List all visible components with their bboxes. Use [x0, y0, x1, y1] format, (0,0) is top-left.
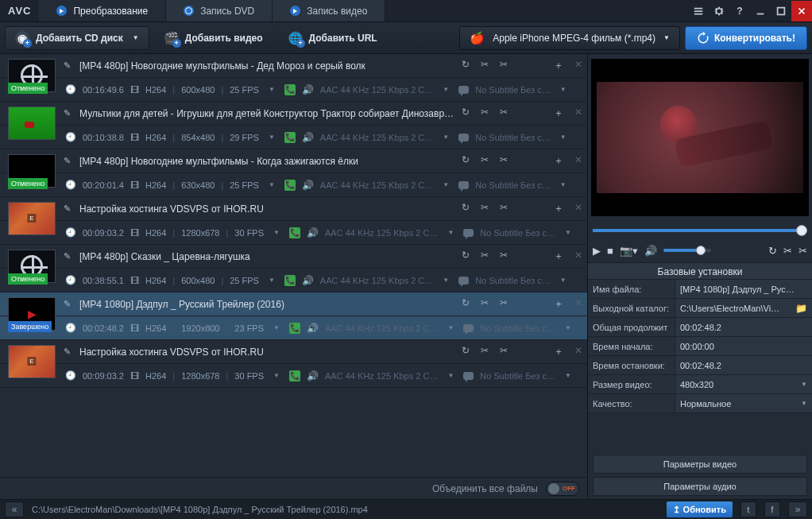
remove-icon[interactable]: ✕ — [574, 59, 582, 72]
thumbnail[interactable] — [8, 345, 56, 378]
speaker-icon[interactable]: 🔊 — [307, 323, 319, 334]
subtitle-icon[interactable] — [463, 229, 474, 237]
chevron-down-icon[interactable]: ▼ — [447, 324, 454, 331]
add-video-button[interactable]: 🎬+ Добавить видео — [154, 26, 273, 50]
edit-icon[interactable]: ✎ — [64, 156, 75, 166]
add-icon[interactable]: ＋ — [554, 345, 563, 358]
tab-convert[interactable]: Преобразование — [39, 0, 166, 21]
minimize-icon[interactable] — [750, 1, 771, 21]
next-button[interactable]: » — [788, 502, 807, 517]
audio-track-icon[interactable]: 📞 — [284, 132, 296, 143]
crop-icon[interactable]: ✂ — [500, 202, 508, 215]
speaker-icon[interactable]: 🔊 — [302, 84, 314, 95]
crop-icon[interactable]: ✂ — [500, 297, 508, 311]
chevron-down-icon[interactable]: ▼ — [273, 324, 280, 331]
edit-icon[interactable]: ✎ — [64, 251, 75, 261]
facebook-icon[interactable]: f — [764, 502, 780, 517]
speaker-icon[interactable]: 🔊 — [302, 132, 314, 143]
add-icon[interactable]: ＋ — [554, 107, 563, 120]
chevron-down-icon[interactable]: ▼ — [447, 372, 454, 379]
volume-icon[interactable]: 🔊 — [644, 245, 657, 257]
audio-track-icon[interactable]: 📞 — [289, 227, 300, 238]
chevron-down-icon[interactable]: ▼ — [565, 229, 571, 236]
cut-icon[interactable]: ✂ — [481, 202, 489, 215]
outdir-field[interactable]: C:\Users\ElectroMan\Vi…📁 — [675, 299, 812, 317]
add-cd-button[interactable]: ◉+ Добавить CD диск ▼ — [5, 26, 149, 50]
quality-dropdown[interactable]: Нормальное▼ — [675, 394, 812, 412]
chevron-down-icon[interactable]: ▼ — [560, 277, 566, 284]
start-field[interactable]: 00:00:00 — [675, 337, 812, 355]
snapshot-icon[interactable]: 📷▾ — [620, 245, 638, 257]
tab-dvd[interactable]: Запись DVD — [166, 0, 273, 21]
chevron-down-icon[interactable]: ▼ — [565, 324, 571, 331]
seek-slider[interactable] — [593, 223, 807, 238]
volume-slider[interactable] — [663, 249, 711, 252]
speaker-icon[interactable]: 🔊 — [307, 370, 319, 382]
audio-track-icon[interactable]: 📞 — [284, 180, 296, 191]
chevron-down-icon[interactable]: ▼ — [447, 229, 454, 236]
filename-field[interactable]: [MP4 1080p] Дэдпул _ Рус… — [675, 280, 812, 298]
subtitle-icon[interactable] — [458, 181, 469, 189]
chevron-down-icon[interactable]: ▼ — [560, 181, 566, 188]
cut-icon[interactable]: ✂ — [481, 107, 489, 120]
add-icon[interactable]: ＋ — [554, 202, 563, 215]
subtitle-icon[interactable] — [463, 324, 474, 332]
chevron-down-icon[interactable]: ▼ — [269, 277, 275, 284]
speaker-icon[interactable]: 🔊 — [307, 227, 319, 238]
chevron-down-icon[interactable]: ▼ — [273, 229, 280, 236]
subtitle-icon[interactable] — [463, 372, 474, 380]
thumbnail[interactable] — [8, 202, 56, 235]
add-url-button[interactable]: 🌐+ Добавить URL — [278, 26, 388, 50]
prev-button[interactable]: « — [5, 502, 24, 517]
cut-icon[interactable]: ✂ — [481, 297, 489, 311]
merge-toggle[interactable]: OFF — [546, 482, 579, 496]
audio-track-icon[interactable]: 📞 — [289, 370, 300, 382]
stop-field[interactable]: 00:02:48.2 — [675, 356, 812, 374]
chevron-down-icon[interactable]: ▼ — [269, 134, 275, 141]
crop-icon[interactable]: ✂ — [500, 250, 508, 263]
add-icon[interactable]: ＋ — [554, 297, 563, 311]
audio-track-icon[interactable]: 📞 — [289, 323, 300, 334]
refresh-icon[interactable]: ↻ — [462, 154, 470, 168]
edit-icon[interactable]: ✎ — [64, 203, 75, 214]
cut-icon[interactable]: ✂ — [481, 59, 489, 72]
convert-button[interactable]: Конвертировать! — [685, 26, 807, 50]
chevron-down-icon[interactable]: ▼ — [443, 134, 449, 141]
list-item[interactable]: Отменено✎[MP4 480p] Новогодние мультфиль… — [0, 149, 587, 197]
add-icon[interactable]: ＋ — [554, 154, 563, 168]
refresh-icon[interactable]: ↻ — [462, 297, 470, 311]
refresh-icon[interactable]: ↻ — [462, 345, 470, 358]
cut-icon[interactable]: ✂ — [783, 245, 792, 257]
video-params-button[interactable]: Параметры видео — [593, 455, 807, 474]
subtitle-icon[interactable] — [458, 86, 469, 94]
edit-icon[interactable]: ✎ — [64, 108, 75, 118]
remove-icon[interactable]: ✕ — [574, 250, 582, 263]
tab-record[interactable]: Запись видео — [273, 0, 385, 21]
list-item[interactable]: Отменено✎[MP4 480p] Новогодние мультфиль… — [0, 54, 587, 102]
chevron-down-icon[interactable]: ▼ — [269, 181, 275, 188]
remove-icon[interactable]: ✕ — [574, 345, 582, 358]
subtitle-icon[interactable] — [458, 134, 469, 141]
cut-icon[interactable]: ✂ — [481, 345, 489, 358]
remove-icon[interactable]: ✕ — [574, 202, 582, 215]
refresh-icon[interactable]: ↻ — [462, 107, 470, 120]
cut-icon[interactable]: ✂ — [481, 250, 489, 263]
remove-icon[interactable]: ✕ — [574, 154, 582, 168]
chevron-down-icon[interactable]: ▼ — [443, 181, 449, 188]
edit-icon[interactable]: ✎ — [64, 60, 75, 71]
chevron-down-icon[interactable]: ▼ — [560, 86, 566, 93]
audio-track-icon[interactable]: 📞 — [284, 84, 296, 95]
list-item[interactable]: Завершено✎[MP4 1080p] Дэдпул _ Русский Т… — [0, 292, 587, 340]
refresh-icon[interactable]: ↻ — [462, 59, 470, 72]
chevron-down-icon[interactable]: ▼ — [443, 277, 449, 284]
chevron-down-icon[interactable]: ▼ — [443, 86, 449, 93]
crop-icon[interactable]: ✂ — [798, 245, 807, 257]
gear-icon[interactable] — [709, 1, 729, 21]
speaker-icon[interactable]: 🔊 — [302, 180, 314, 191]
output-profile-dropdown[interactable]: 🍎 Apple iPhone MPEG-4 фильм (*.mp4) ▼ — [459, 26, 680, 50]
maximize-icon[interactable] — [771, 1, 791, 21]
chevron-down-icon[interactable]: ▼ — [565, 372, 571, 379]
edit-icon[interactable]: ✎ — [64, 299, 75, 309]
list-item[interactable]: Отменено✎[MP4 480p] Сказки _ Царевна-ляг… — [0, 245, 587, 292]
video-preview[interactable] — [591, 59, 809, 216]
